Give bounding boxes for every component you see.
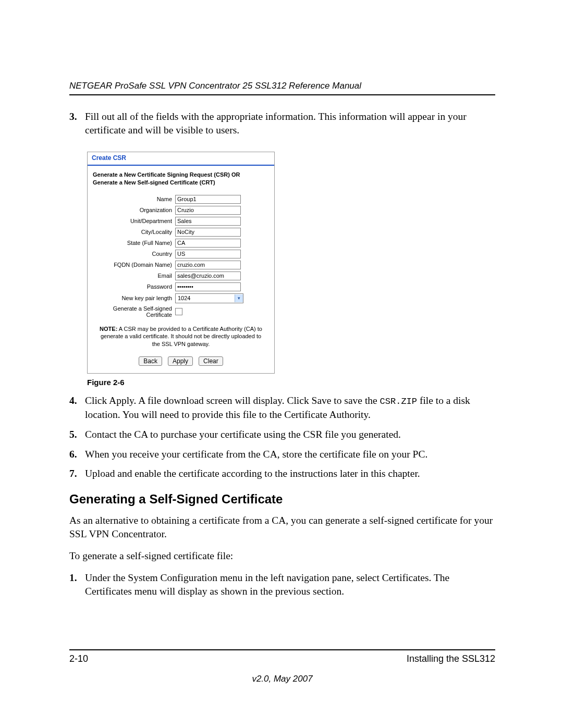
csr-subtitle: Generate a New Certificate Signing Reque…: [93, 171, 269, 187]
fqdn-field[interactable]: [175, 261, 241, 269]
name-field[interactable]: [175, 195, 241, 204]
label-password: Password: [93, 283, 175, 290]
footer-rule: [69, 649, 495, 650]
step4-text-a: Click Apply. A file download screen will…: [85, 395, 380, 406]
country-field[interactable]: [175, 250, 241, 258]
note-text: A CSR may be provided to a Certificate A…: [101, 326, 262, 348]
back-button[interactable]: Back: [139, 356, 162, 366]
section-heading: Generating a Self-Signed Certificate: [69, 492, 495, 507]
unit-field[interactable]: [175, 217, 241, 226]
label-keylen: New key pair length: [93, 295, 175, 301]
label-selfsigned: Generate a Self-signed Certificate: [93, 305, 175, 318]
organization-field[interactable]: [175, 206, 241, 215]
label-name: Name: [93, 196, 175, 202]
header-rule: [69, 94, 495, 95]
state-field[interactable]: [175, 239, 241, 248]
step-number: 4.: [69, 394, 85, 422]
city-field[interactable]: [175, 228, 241, 237]
step-text: Fill out all of the fields with the appr…: [85, 110, 495, 137]
step-number: 1.: [69, 571, 85, 598]
keylen-select[interactable]: 1024 ▾: [175, 293, 243, 303]
csr-subtitle-line1: Generate a New Certificate Signing Reque…: [93, 171, 240, 178]
csr-note: NOTE: A CSR may be provided to a Certifi…: [97, 325, 264, 349]
clear-button[interactable]: Clear: [199, 356, 223, 366]
password-field[interactable]: [175, 282, 241, 291]
note-label: NOTE:: [100, 326, 117, 332]
label-fqdn: FQDN (Domain Name): [93, 262, 175, 268]
label-organization: Organization: [93, 207, 175, 213]
apply-button[interactable]: Apply: [168, 356, 193, 366]
step-text: Contact the CA to purchase your certific…: [85, 428, 495, 441]
figure-create-csr: Create CSR Generate a New Certificate Si…: [87, 152, 495, 374]
label-city: City/Locality: [93, 229, 175, 235]
label-country: Country: [93, 251, 175, 257]
step-text: Click Apply. A file download screen will…: [85, 394, 495, 422]
doc-header-title: NETGEAR ProSafe SSL VPN Concentrator 25 …: [69, 81, 495, 91]
csr-zip-filename: CSR.ZIP: [380, 397, 417, 406]
label-email: Email: [93, 273, 175, 279]
step-number: 7.: [69, 467, 85, 480]
label-state: State (Full Name): [93, 240, 175, 246]
chevron-down-icon: ▾: [235, 294, 243, 302]
email-field[interactable]: [175, 272, 241, 280]
page-number: 2-10: [69, 653, 88, 664]
step-text: Under the System Configuration menu in t…: [85, 571, 495, 598]
step-number: 5.: [69, 428, 85, 441]
selfsigned-checkbox[interactable]: [175, 308, 182, 315]
chapter-title: Installing the SSL312: [407, 653, 495, 664]
doc-version: v2.0, May 2007: [69, 674, 495, 684]
figure-caption: Figure 2-6: [87, 378, 495, 387]
step-text: When you receive your certificate from t…: [85, 448, 495, 461]
step-number: 3.: [69, 110, 85, 137]
keylen-value: 1024: [178, 295, 190, 301]
label-unit: Unit/Department: [93, 218, 175, 224]
csr-panel-title: Create CSR: [88, 152, 274, 166]
csr-subtitle-line2: Generate a New Self-signed Certificate (…: [93, 179, 215, 186]
section-paragraph: As an alternative to obtaining a certifi…: [69, 514, 495, 541]
step-number: 6.: [69, 448, 85, 461]
step-text: Upload and enable the certificate accord…: [85, 467, 495, 480]
section-paragraph: To generate a self-signed certificate fi…: [69, 549, 495, 563]
